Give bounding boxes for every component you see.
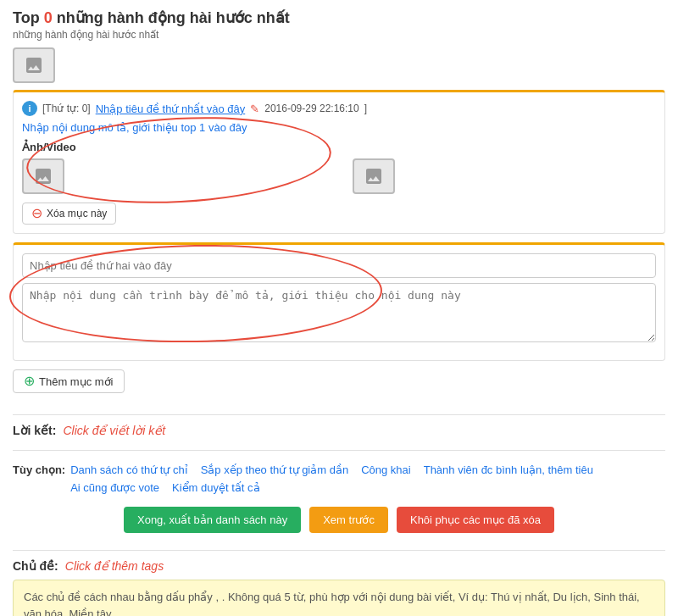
add-new-button[interactable]: ⊕ Thêm mục mới (13, 369, 125, 393)
item-1-image-left[interactable] (22, 158, 64, 194)
divider-2 (13, 450, 665, 451)
chude-link[interactable]: Click để thêm tags (65, 559, 164, 573)
tuychon-link-4[interactable]: Thành viên đc bình luận, thêm tiêu (424, 463, 593, 476)
chude-hint: Các chủ đề cách nhau bằng dấu phẩy , . K… (13, 580, 665, 616)
page-container: Top 0 những hành động hài hước nhất nhữn… (0, 0, 678, 616)
tuychon-label: Tùy chọn: (13, 463, 65, 476)
publish-button[interactable]: Xong, xuất bản danh sách này (124, 507, 301, 533)
tuychon-section: Tùy chọn: Danh sách có thứ tự chỉ Sắp xế… (13, 459, 665, 494)
page-title-row: Top 0 những hành động hài hước nhất nhữn… (13, 8, 665, 41)
item-2-title-input[interactable] (22, 253, 656, 278)
minus-icon: ⊖ (31, 207, 42, 220)
page-subtitle: những hành động hài hước nhất (13, 29, 665, 41)
loiket-label: Lời kết: (13, 424, 56, 437)
divider-1 (13, 414, 665, 415)
restore-button[interactable]: Khôi phục các mục đã xóa (397, 507, 554, 533)
item-1-badge: i (22, 101, 37, 116)
item-1-block: i [Thứ tự: 0] Nhập tiêu đề thứ nhất vào … (13, 90, 665, 234)
action-buttons-row: Xong, xuất bản danh sách này Xem trước K… (13, 507, 665, 533)
page-title: Top 0 những hành động hài hước nhất (13, 8, 665, 27)
add-new-label: Thêm mục mới (39, 375, 114, 388)
item-2-block (13, 242, 665, 361)
preview-button[interactable]: Xem trước (309, 507, 388, 533)
item-1-meta: [Thứ tự: 0] (42, 103, 91, 114)
item-1-date: 2016-09-29 22:16:10 (264, 103, 358, 114)
title-rest: những hành động hài hước nhất (57, 9, 290, 26)
item-1-desc-link[interactable]: Nhập nội dung mô tả, giới thiệu top 1 và… (22, 121, 656, 134)
top-image-placeholder[interactable] (13, 47, 55, 83)
tuychon-link-5[interactable]: Ai cũng được vote (70, 481, 159, 494)
images-row (22, 158, 656, 194)
item-1-image-right[interactable] (353, 158, 395, 194)
tuychon-row: Tùy chọn: Danh sách có thứ tự chỉ Sắp xế… (13, 463, 665, 494)
loiket-link[interactable]: Click để viết lời kết (63, 424, 165, 437)
delete-label: Xóa mục này (47, 208, 107, 219)
plus-icon: ⊕ (24, 375, 35, 388)
item-1-header: i [Thứ tự: 0] Nhập tiêu đề thứ nhất vào … (22, 101, 656, 116)
tuychon-link-2[interactable]: Sắp xếp theo thứ tự giảm dần (201, 463, 348, 476)
chude-section: Chủ đề: Click để thêm tags Các chủ đề cá… (13, 559, 665, 616)
loiket-section: Lời kết: Click để viết lời kết (13, 424, 665, 437)
divider-3 (13, 550, 665, 551)
tuychon-link-1[interactable]: Danh sách có thứ tự chỉ (70, 463, 188, 476)
anhvideo-label: Ảnh/Video (22, 141, 656, 153)
item-1-date-bracket: ] (364, 103, 367, 114)
tuychon-link-6[interactable]: Kiểm duyệt tất cả (172, 481, 260, 494)
count-value: 0 (44, 9, 53, 26)
item-1-title-link[interactable]: Nhập tiêu đề thứ nhất vào đây (96, 103, 246, 115)
chude-row: Chủ đề: Click để thêm tags (13, 559, 665, 573)
tuychon-links: Danh sách có thứ tự chỉ Sắp xếp theo thứ… (70, 463, 665, 494)
top-word: Top (13, 9, 40, 26)
edit-icon[interactable]: ✎ (250, 103, 259, 115)
item-2-desc-textarea[interactable] (22, 283, 656, 342)
tuychon-link-3[interactable]: Công khai (361, 463, 411, 476)
chude-label: Chủ đề: (13, 559, 58, 573)
delete-item-1-button[interactable]: ⊖ Xóa mục này (22, 203, 116, 225)
